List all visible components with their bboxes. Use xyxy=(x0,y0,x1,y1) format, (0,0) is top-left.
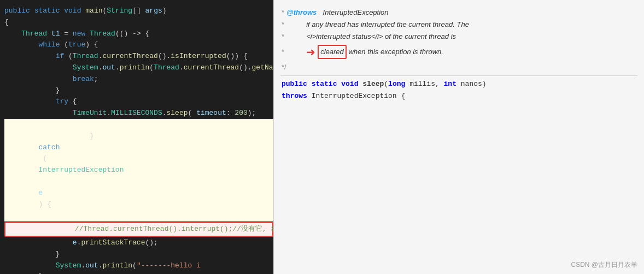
watermark: CSDN @古月日月农羊 xyxy=(571,260,637,270)
var-e: e xyxy=(38,189,43,197)
keyword-if: if xyxy=(56,51,65,62)
code-line-12: //Thread.currentThread().interrupt();//没… xyxy=(4,222,273,237)
code-line-10: TimeUnit . MILLISECONDS . sleep ( timeou… xyxy=(4,108,273,119)
method-println2: println xyxy=(102,260,132,272)
var-e2: e xyxy=(73,237,77,249)
sig-void: void xyxy=(341,78,358,90)
param-args: args xyxy=(145,5,162,17)
method-currentThread: currentThread xyxy=(102,51,157,62)
keyword-static: static xyxy=(34,5,60,17)
number-200: 200 xyxy=(235,108,247,119)
code-line-15: System . out . println ( "-------hello i xyxy=(4,260,273,272)
sig-space2 xyxy=(337,78,341,90)
sig-space4 xyxy=(405,78,409,90)
type-thread3: Thread xyxy=(73,51,98,62)
method-printStackTrace: printStackTrace xyxy=(81,237,145,249)
type-thread2: Thread xyxy=(90,28,115,40)
keyword-public: public xyxy=(4,5,30,17)
method-sleep1: sleep xyxy=(167,108,188,119)
sig-comma: , xyxy=(435,78,444,90)
doc-tag-throws: @throws xyxy=(286,7,317,19)
type-timeunit: TimeUnit xyxy=(73,108,107,119)
doc-throws-type: InterruptedException xyxy=(319,7,388,19)
field-out: out xyxy=(102,62,115,74)
code-line-2: { xyxy=(4,17,273,28)
cleared-word: cleared xyxy=(318,45,347,59)
doc-line-3: * <i>interrupted status</i> of the curre… xyxy=(280,31,637,43)
doc-line-4: * ➜ cleared when this exception is throw… xyxy=(280,43,637,61)
sig-throws-kw: throws xyxy=(282,90,307,102)
javadoc-panel: * @throws InterruptedException * if any … xyxy=(273,0,644,274)
doc-divider xyxy=(280,75,637,76)
comment-thread-interrupt: //Thread.currentThread().interrupt();//没… xyxy=(75,224,273,235)
doc-close: */ xyxy=(282,61,286,73)
red-arrow-icon: ➜ xyxy=(306,43,315,61)
doc-text-4-rest: when this exception is thrown. xyxy=(347,46,443,58)
keyword-try: try xyxy=(56,96,68,108)
code-line-7: break ; xyxy=(4,74,273,85)
doc-star-3: * xyxy=(282,31,284,43)
code-line-11: } catch ( InterruptedException e ) { xyxy=(4,119,273,221)
string-hello: "-------hello i xyxy=(137,260,201,272)
doc-code-1: <i>interrupted status</i> xyxy=(306,31,383,43)
doc-line-5: */ xyxy=(280,61,637,73)
code-line-16: } xyxy=(4,271,273,274)
code-line-8: } xyxy=(4,85,273,97)
code-line-14: } xyxy=(4,249,273,260)
code-line-3: Thread t1 = new Thread (() -> { xyxy=(4,28,273,40)
sig-method-sleep: sleep xyxy=(362,78,384,90)
sig-exception: InterruptedException { xyxy=(312,90,406,102)
keyword-void: void xyxy=(64,5,81,17)
method-getName: getName xyxy=(252,62,273,74)
sig-line-2: throws InterruptedException { xyxy=(280,90,637,102)
doc-text-3b: of the current thread is xyxy=(383,31,456,43)
method-currentThread2: currentThread xyxy=(184,62,239,74)
code-line-6: System . out . println ( Thread . curren… xyxy=(4,62,273,74)
sig-params: ( xyxy=(384,78,388,90)
type-interrupted: InterruptedException xyxy=(38,166,124,174)
sig-space6 xyxy=(307,90,312,102)
var-t1: t1 xyxy=(51,28,60,40)
doc-star-4: * xyxy=(282,46,284,58)
sig-int: int xyxy=(444,78,456,90)
sig-param-long: long xyxy=(388,78,405,90)
sig-space1 xyxy=(307,78,312,90)
code-line-4: while ( true ) { xyxy=(4,39,273,51)
keyword-while: while xyxy=(38,39,60,51)
doc-line-throws: * @throws InterruptedException xyxy=(280,7,637,19)
main-container: public static void main ( String [] args… xyxy=(0,0,644,274)
method-main: main xyxy=(85,5,102,17)
type-thread: Thread xyxy=(21,28,47,40)
doc-star-2: * xyxy=(282,19,284,31)
field-out2: out xyxy=(85,260,98,272)
code-line-13: e . printStackTrace (); xyxy=(4,237,273,249)
method-println1: println xyxy=(120,62,150,74)
keyword-catch: catch xyxy=(38,143,60,151)
type-string: String xyxy=(107,5,132,17)
sig-space5 xyxy=(456,78,461,90)
doc-star-1: * xyxy=(282,7,284,19)
sig-space3 xyxy=(358,78,362,90)
method-isInterrupted: isInterrupted xyxy=(171,51,226,62)
doc-text-3 xyxy=(286,31,306,43)
code-line-1: public static void main ( String [] args… xyxy=(4,5,273,17)
param-timeout1: timeout xyxy=(196,108,226,119)
type-thread4: Thread xyxy=(154,62,179,74)
code-editor-left: public static void main ( String [] args… xyxy=(0,0,273,274)
sig-millis: millis xyxy=(409,78,435,90)
type-system: System xyxy=(73,62,98,74)
doc-content: * @throws InterruptedException * if any … xyxy=(280,7,637,272)
keyword-true: true xyxy=(68,39,85,51)
sig-static: static xyxy=(312,78,337,90)
sig-nanos: nanos) xyxy=(461,78,487,90)
doc-line-2: * if any thread has interrupted the curr… xyxy=(280,19,637,31)
const-milliseconds: MILLISECONDS xyxy=(111,108,162,119)
sig-line-1: public static void sleep ( long millis ,… xyxy=(280,78,637,90)
keyword-new: new xyxy=(73,28,85,40)
code-line-9: try { xyxy=(4,96,273,108)
doc-text-2: if any thread has interrupted the curren… xyxy=(286,19,469,31)
doc-text-4-indent xyxy=(286,46,306,58)
type-system2: System xyxy=(56,260,81,272)
keyword-break: break xyxy=(73,74,94,85)
code-line-5: if ( Thread . currentThread (). isInterr… xyxy=(4,51,273,62)
